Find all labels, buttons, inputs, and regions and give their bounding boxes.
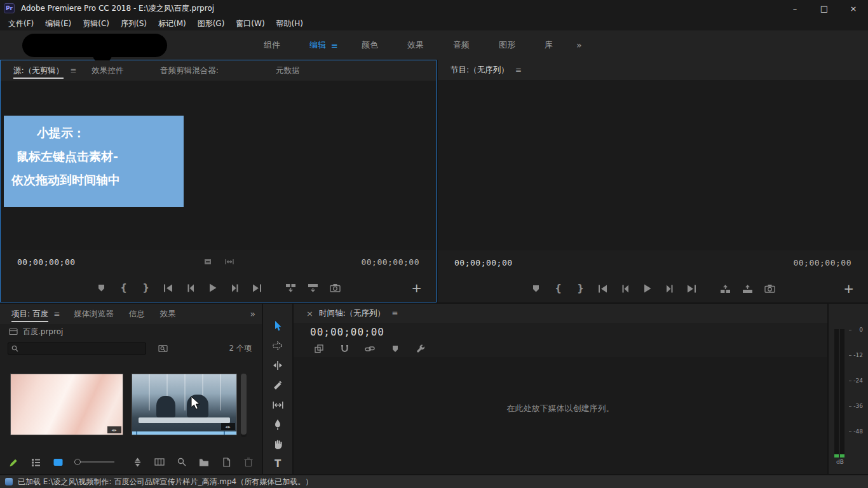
play-icon[interactable]	[641, 281, 654, 295]
menu-sequence[interactable]: 序列(S)	[115, 18, 153, 29]
step-forward-icon[interactable]	[229, 281, 241, 295]
zoom-slider-knob[interactable]	[74, 459, 81, 465]
menu-clip[interactable]: 剪辑(C)	[77, 18, 115, 29]
source-monitor-view[interactable]: 小提示： 鼠标左键点击素材- 依次拖动到时间轴中	[1, 81, 436, 250]
new-bin-icon[interactable]	[198, 455, 210, 469]
step-forward-icon[interactable]	[663, 281, 676, 295]
nest-insert-icon[interactable]	[313, 342, 325, 356]
workspace-tab-editing[interactable]: 编辑	[295, 39, 331, 51]
go-to-in-icon[interactable]	[162, 281, 175, 295]
play-icon[interactable]	[207, 281, 219, 295]
workspace-tab-color[interactable]: 颜色	[347, 39, 393, 51]
mark-in-icon[interactable]: {	[118, 281, 130, 295]
project-file-name[interactable]: 百度.prproj	[23, 327, 63, 337]
add-marker-icon[interactable]	[95, 281, 108, 295]
search-box[interactable]	[8, 342, 146, 355]
razor-tool[interactable]	[269, 377, 286, 393]
pen-tool[interactable]	[269, 416, 286, 433]
timeline-timecode[interactable]: 00;00;00;00	[310, 326, 384, 338]
icon-view-icon[interactable]	[52, 455, 64, 469]
close-button[interactable]: ×	[839, 0, 868, 17]
export-frame-icon[interactable]	[329, 281, 342, 295]
source-panel-menu-icon[interactable]: ≡	[70, 66, 76, 75]
search-input[interactable]	[22, 344, 136, 353]
mark-in-icon[interactable]: {	[552, 281, 565, 295]
tab-media-browser[interactable]: 媒体浏览器	[66, 309, 121, 320]
delete-icon[interactable]	[243, 455, 254, 469]
tab-program[interactable]: 节目:（无序列）	[442, 65, 518, 76]
workspace-tab-graphics[interactable]: 图形	[484, 39, 530, 51]
source-button-editor-icon[interactable]: +	[411, 281, 422, 294]
zoom-level-icon[interactable]	[201, 255, 214, 269]
tab-source[interactable]: 源:（无剪辑）	[4, 65, 72, 76]
extract-icon[interactable]	[742, 281, 754, 295]
tab-project[interactable]: 项目: 百度	[4, 309, 56, 320]
type-tool[interactable]: T	[269, 456, 286, 472]
step-back-icon[interactable]	[619, 281, 632, 295]
list-view-icon[interactable]	[30, 455, 41, 469]
workspace-tab-effects[interactable]: 效果	[393, 39, 438, 51]
zoom-slider[interactable]	[74, 459, 114, 465]
clip-thumbnail-1[interactable]: ◂▸	[10, 374, 123, 435]
snap-magnet-icon[interactable]	[338, 342, 351, 356]
menu-graphics[interactable]: 图形(G)	[192, 18, 231, 29]
workspace-overflow-icon[interactable]: »	[576, 40, 582, 50]
workspace-menu-icon[interactable]: ≡	[331, 41, 338, 50]
slip-tool[interactable]	[269, 396, 286, 413]
minimize-button[interactable]: –	[780, 0, 810, 17]
menu-file[interactable]: 文件(F)	[3, 18, 39, 29]
search-bin-icon[interactable]	[156, 341, 169, 355]
hand-tool[interactable]	[269, 436, 286, 452]
menu-markers[interactable]: 标记(M)	[153, 18, 192, 29]
workspace-tab-audio[interactable]: 音频	[438, 39, 484, 51]
tab-metadata[interactable]: 元数据	[267, 65, 309, 76]
add-marker-icon[interactable]	[389, 342, 402, 356]
mark-out-icon[interactable]: }	[574, 281, 587, 295]
selection-tool[interactable]	[269, 318, 286, 334]
project-panel-menu-icon[interactable]: ≡	[53, 309, 60, 318]
new-item-icon[interactable]	[220, 455, 232, 469]
export-frame-icon[interactable]	[764, 281, 776, 295]
maximize-button[interactable]: □	[810, 0, 839, 17]
program-monitor-view[interactable]	[438, 80, 868, 250]
overwrite-icon[interactable]	[307, 281, 320, 295]
mark-out-icon[interactable]: }	[140, 281, 153, 295]
timeline-settings-wrench-icon[interactable]	[414, 342, 427, 356]
program-button-editor-icon[interactable]: +	[843, 282, 854, 295]
scrub-bar[interactable]	[132, 431, 236, 435]
menu-help[interactable]: 帮助(H)	[271, 18, 309, 29]
timeline-body[interactable]: 在此处放下媒体以创建序列。	[294, 357, 827, 474]
step-back-icon[interactable]	[184, 281, 197, 295]
timeline-panel-menu-icon[interactable]: ≡	[391, 309, 398, 318]
track-select-tool[interactable]	[269, 337, 286, 354]
project-tabs-overflow-icon[interactable]: »	[250, 309, 255, 319]
insert-icon[interactable]	[285, 281, 297, 295]
lift-icon[interactable]	[719, 281, 732, 295]
tab-audio-clip-mixer[interactable]: 音频剪辑混合器:	[151, 65, 227, 76]
add-marker-icon[interactable]	[530, 281, 543, 295]
tab-effect-controls[interactable]: 效果控件	[83, 65, 132, 76]
tab-effects[interactable]: 效果	[153, 309, 184, 320]
writable-pencil-icon[interactable]	[8, 455, 19, 469]
menu-edit[interactable]: 编辑(E)	[39, 18, 77, 29]
go-to-in-icon[interactable]	[597, 281, 609, 295]
automate-to-sequence-icon[interactable]	[132, 455, 143, 469]
filmstrip-icon[interactable]	[154, 455, 165, 469]
timeline-close-icon[interactable]: ×	[306, 309, 313, 318]
tab-info[interactable]: 信息	[121, 309, 153, 320]
linked-selection-icon[interactable]	[363, 342, 376, 356]
clip-thumbnail-2[interactable]: ◂▸	[132, 374, 237, 435]
workspace-tab-libraries[interactable]: 库	[530, 39, 567, 51]
tab-timeline[interactable]: 时间轴:（无序列）	[319, 308, 385, 319]
find-icon[interactable]	[176, 455, 187, 469]
workspace-tab-assembly[interactable]: 组件	[249, 39, 295, 51]
audio-meter-panel[interactable]: 0 -12 -24 -36 -48 dB	[829, 304, 868, 474]
playback-resolution-icon[interactable]	[223, 255, 236, 269]
ripple-edit-tool[interactable]	[269, 357, 286, 374]
go-to-out-icon[interactable]	[686, 281, 698, 295]
scrollbar-thumb[interactable]	[241, 374, 247, 435]
go-to-out-icon[interactable]	[251, 281, 264, 295]
project-scrollbar[interactable]	[241, 374, 247, 437]
program-panel-menu-icon[interactable]: ≡	[515, 65, 522, 74]
menu-window[interactable]: 窗口(W)	[230, 18, 270, 29]
